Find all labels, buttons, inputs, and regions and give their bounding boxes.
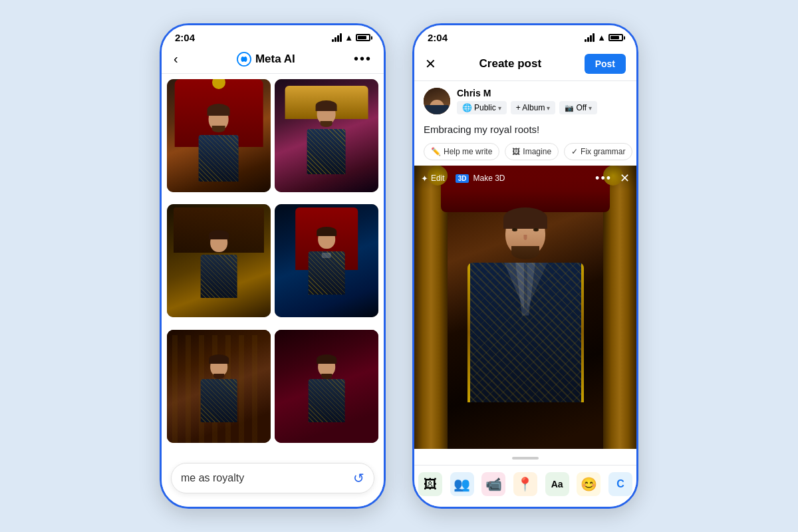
phone-right: 2:04 ▲ ✕ Create post Post bbox=[412, 23, 638, 509]
chat-input-text[interactable]: me as royalty bbox=[181, 472, 353, 484]
add-photo-button[interactable]: 🖼 bbox=[418, 472, 442, 496]
tag-people-button[interactable]: 👥 bbox=[450, 472, 474, 496]
user-info: Chris M 🌐 Public ▾ + Album ▾ 📷 Off ▾ bbox=[414, 81, 636, 118]
phones-container: 2:04 ▲ ‹ bbox=[0, 0, 798, 532]
wifi-icon-left: ▲ bbox=[344, 33, 353, 43]
add-location-button[interactable]: 📍 bbox=[513, 472, 537, 496]
visibility-dropdown[interactable]: 🌐 Public ▾ bbox=[457, 101, 507, 114]
album-label: + Album bbox=[516, 103, 545, 112]
scroll-indicator bbox=[512, 457, 539, 460]
album-dropdown[interactable]: + Album ▾ bbox=[511, 101, 556, 114]
chat-input-box[interactable]: me as royalty ↺ bbox=[171, 463, 374, 493]
chat-input-area: me as royalty ↺ bbox=[162, 456, 384, 507]
text-style-button[interactable]: Aa bbox=[545, 472, 569, 496]
image-toolbar: ✦ Edit 3D Make 3D ••• ✕ bbox=[414, 166, 636, 191]
post-text-area[interactable]: Embracing my royal roots! bbox=[414, 118, 636, 140]
user-details: Chris M 🌐 Public ▾ + Album ▾ 📷 Off ▾ bbox=[457, 88, 597, 114]
image-grid bbox=[162, 74, 384, 456]
image-more-button[interactable]: ••• bbox=[595, 172, 612, 186]
grid-image-3[interactable] bbox=[167, 204, 271, 317]
status-bar-right: 2:04 ▲ bbox=[414, 25, 636, 47]
signal-icon-right bbox=[585, 33, 595, 42]
ai-suggestions: ✏️ Help me write 🖼 Imagine ✓ Fix grammar… bbox=[414, 140, 636, 166]
visibility-label: Public bbox=[474, 103, 496, 112]
refresh-icon[interactable]: ↺ bbox=[353, 470, 364, 486]
time-right: 2:04 bbox=[428, 32, 448, 43]
battery-icon-left bbox=[356, 34, 370, 41]
more-button-left[interactable]: ••• bbox=[354, 51, 372, 66]
grammar-icon: ✓ bbox=[571, 147, 578, 156]
edit-button[interactable]: ✦ Edit bbox=[421, 174, 445, 184]
grid-image-1[interactable] bbox=[167, 79, 271, 192]
more-options-button[interactable]: C bbox=[608, 472, 632, 496]
suggestion-fix-grammar-label: Fix grammar bbox=[581, 147, 625, 156]
portrait-person bbox=[452, 194, 598, 449]
post-image-container: ✦ Edit 3D Make 3D ••• ✕ bbox=[414, 166, 636, 449]
time-left: 2:04 bbox=[175, 32, 195, 43]
status-icons-left: ▲ bbox=[332, 33, 370, 43]
phone-left: 2:04 ▲ ‹ bbox=[160, 23, 386, 509]
meta-ai-logo-icon bbox=[237, 52, 251, 66]
edit-icon: ✦ bbox=[421, 174, 428, 184]
make3d-label: Make 3D bbox=[473, 174, 505, 183]
user-name: Chris M bbox=[457, 88, 597, 98]
status-icons-right: ▲ bbox=[585, 33, 623, 43]
grid-image-2[interactable] bbox=[275, 79, 378, 192]
suggestion-fix-grammar[interactable]: ✓ Fix grammar bbox=[564, 143, 632, 160]
post-bottom-toolbar: 🖼 👥 📹 📍 Aa 😊 C bbox=[414, 465, 636, 507]
grid-image-4[interactable] bbox=[275, 204, 378, 317]
imagine-icon: 🖼 bbox=[512, 147, 520, 156]
suggestion-help-me-write-label: Help me write bbox=[444, 147, 492, 156]
visibility-chevron-icon: ▾ bbox=[498, 104, 501, 112]
make3d-badge: 3D bbox=[456, 174, 469, 183]
suggestion-help-me-write[interactable]: ✏️ Help me write bbox=[424, 143, 499, 160]
grid-image-6[interactable] bbox=[275, 330, 378, 443]
image-close-button[interactable]: ✕ bbox=[620, 171, 630, 186]
instagram-chevron-icon: ▾ bbox=[589, 104, 592, 112]
add-video-button[interactable]: 📹 bbox=[481, 472, 505, 496]
instagram-label: Off bbox=[576, 103, 587, 112]
meta-ai-label: Meta AI bbox=[255, 53, 295, 66]
suggestion-imagine[interactable]: 🖼 Imagine bbox=[505, 143, 559, 160]
user-options: 🌐 Public ▾ + Album ▾ 📷 Off ▾ bbox=[457, 101, 597, 114]
create-post-title: Create post bbox=[479, 57, 542, 70]
meta-ai-title: Meta AI bbox=[237, 52, 295, 66]
edit-label: Edit bbox=[431, 174, 445, 183]
pencil-icon: ✏️ bbox=[431, 147, 441, 156]
battery-icon-right bbox=[608, 34, 623, 41]
make3d-button[interactable]: 3D Make 3D bbox=[456, 174, 505, 183]
suggestion-imagine-label: Imagine bbox=[523, 147, 551, 156]
post-button[interactable]: Post bbox=[585, 54, 626, 74]
add-emoji-button[interactable]: 😊 bbox=[577, 472, 600, 496]
close-button[interactable]: ✕ bbox=[425, 56, 436, 72]
wifi-icon-right: ▲ bbox=[597, 33, 606, 43]
grid-image-5[interactable] bbox=[167, 330, 271, 443]
large-portrait: ✦ Edit 3D Make 3D ••• ✕ bbox=[414, 166, 636, 449]
create-post-header: ✕ Create post Post bbox=[414, 47, 636, 81]
album-chevron-icon: ▾ bbox=[547, 104, 550, 112]
instagram-icon: 📷 bbox=[565, 104, 574, 112]
meta-ai-header: ‹ Meta AI ••• bbox=[162, 47, 384, 74]
globe-icon: 🌐 bbox=[462, 103, 472, 112]
back-button[interactable]: ‹ bbox=[174, 51, 178, 66]
status-bar-left: 2:04 ▲ bbox=[162, 25, 384, 47]
instagram-dropdown[interactable]: 📷 Off ▾ bbox=[559, 101, 597, 114]
avatar bbox=[424, 88, 450, 114]
signal-icon-left bbox=[332, 33, 342, 42]
post-text: Embracing my royal roots! bbox=[424, 124, 539, 135]
